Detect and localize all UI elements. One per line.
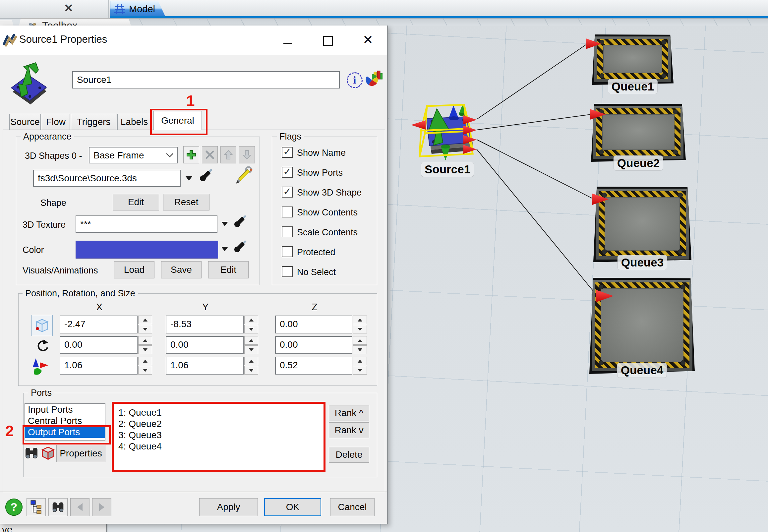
spin-down-button[interactable]: [244, 325, 258, 333]
close-pane-icon[interactable]: ✕: [63, 2, 74, 14]
color-swatch[interactable]: [76, 241, 218, 259]
port-properties-button[interactable]: Properties: [56, 445, 105, 462]
spin-down-button[interactable]: [353, 345, 367, 354]
rank-up-button[interactable]: Rank ^: [329, 405, 369, 421]
checkbox-show-contents[interactable]: [282, 207, 293, 217]
port-type-central-ports[interactable]: Central Ports: [25, 415, 105, 427]
queue1-object[interactable]: Queue1: [592, 34, 674, 85]
queue3-object[interactable]: Queue3: [593, 187, 691, 262]
size-axes-icon: [31, 358, 50, 377]
spin-down-button[interactable]: [244, 366, 258, 375]
visuals-save-button[interactable]: Save: [161, 261, 202, 278]
tab-labels[interactable]: Labels: [117, 114, 151, 130]
maximize-icon[interactable]: [323, 36, 333, 46]
help-button[interactable]: ?: [5, 498, 23, 516]
tab-triggers[interactable]: Triggers: [71, 114, 116, 130]
output-ports-list[interactable]: 1: Queue1 2: Queue2 3: Queue3 4: Queue4: [112, 402, 325, 472]
frame-select[interactable]: Base Frame: [89, 147, 178, 163]
visuals-edit-button[interactable]: Edit: [208, 261, 249, 278]
spin-up-button[interactable]: [244, 316, 258, 324]
eyedropper-icon[interactable]: [198, 166, 215, 184]
ok-button[interactable]: OK: [264, 498, 321, 516]
arrow-down-icon: [243, 150, 251, 160]
spin-up-button[interactable]: [138, 357, 152, 365]
eyedropper-icon[interactable]: [232, 213, 249, 229]
spin-up-button[interactable]: [353, 357, 367, 365]
position-x-input[interactable]: -2.47: [60, 316, 138, 333]
checkbox-protected[interactable]: [282, 246, 293, 257]
find-button[interactable]: [48, 498, 68, 516]
spin-up-button[interactable]: [353, 336, 367, 345]
queue4-label: Queue4: [617, 363, 667, 378]
checkbox-show-name[interactable]: ✓: [282, 147, 293, 158]
checkbox-show-ports[interactable]: ✓: [282, 167, 293, 178]
shape-reset-button[interactable]: Reset: [163, 194, 209, 210]
nav-back-button[interactable]: [70, 498, 89, 516]
spin-down-button[interactable]: [138, 325, 152, 333]
position-y-input[interactable]: -8.53: [166, 316, 244, 333]
cancel-button[interactable]: Cancel: [330, 498, 375, 516]
checkbox-show-3d-shape[interactable]: ✓: [282, 187, 293, 198]
port-list-item[interactable]: 1: Queue1: [118, 407, 324, 418]
spin-down-button[interactable]: [353, 325, 367, 333]
spin-down-button[interactable]: [353, 366, 367, 375]
spin-down-button[interactable]: [138, 345, 152, 354]
tab-model[interactable]: Model: [110, 1, 166, 17]
port-list-item[interactable]: 2: Queue2: [118, 418, 324, 430]
position-z-input[interactable]: 0.00: [275, 316, 352, 333]
port-list-item[interactable]: 4: Queue4: [118, 441, 324, 452]
checkbox-scale-contents[interactable]: [282, 226, 293, 237]
delete-port-button[interactable]: Delete: [329, 447, 369, 463]
queue4-object[interactable]: Queue4: [589, 278, 695, 374]
name-input[interactable]: Source1: [72, 71, 340, 89]
cube-icon: [33, 317, 51, 334]
rotation-z-input[interactable]: 0.00: [275, 336, 352, 354]
spin-down-button[interactable]: [244, 345, 258, 354]
port-list-item[interactable]: 3: Queue3: [118, 430, 324, 441]
status-divider: [106, 524, 107, 532]
rotation-y-input[interactable]: 0.00: [166, 336, 244, 354]
delete-shape-button[interactable]: [202, 146, 218, 163]
move-shape-down-button[interactable]: [239, 146, 255, 163]
eyedropper-icon[interactable]: [232, 238, 249, 255]
tab-flow[interactable]: Flow: [42, 114, 70, 130]
spin-up-button[interactable]: [138, 316, 152, 324]
color-dropdown-icon[interactable]: [221, 247, 228, 251]
shape-label: Shape: [40, 198, 66, 208]
apply-button[interactable]: Apply: [199, 498, 258, 516]
spin-down-button[interactable]: [138, 366, 152, 375]
queue2-object[interactable]: Queue2: [591, 104, 686, 162]
visuals-load-button[interactable]: Load: [114, 261, 154, 278]
shape-path-dropdown-icon[interactable]: [186, 176, 192, 181]
close-icon[interactable]: ✕: [361, 31, 375, 48]
shape-path-input[interactable]: fs3d\Source\Source.3ds: [33, 170, 181, 187]
statistics-chart-icon[interactable]: [365, 71, 383, 88]
spin-up-button[interactable]: [138, 336, 152, 345]
rotation-x-input[interactable]: 0.00: [60, 336, 138, 354]
checkbox-no-select[interactable]: [282, 266, 293, 277]
add-shape-button[interactable]: [183, 146, 199, 163]
edit-shape-tools-icon[interactable]: [235, 166, 253, 184]
binoculars-icon[interactable]: [25, 446, 38, 460]
move-shape-up-button[interactable]: [220, 146, 236, 163]
port-type-input-ports[interactable]: Input Ports: [25, 404, 105, 415]
info-icon[interactable]: i: [347, 72, 363, 88]
size-y-input[interactable]: 1.06: [166, 357, 244, 375]
object-cube-icon[interactable]: [40, 445, 56, 460]
minimize-icon[interactable]: [283, 43, 292, 44]
nav-forward-button[interactable]: [92, 498, 111, 516]
spin-up-button[interactable]: [244, 336, 258, 345]
svg-text:?: ?: [11, 501, 18, 513]
texture-input[interactable]: ***: [76, 215, 217, 233]
tab-source[interactable]: Source: [9, 114, 41, 130]
spin-up-button[interactable]: [244, 357, 258, 365]
position-mode-button[interactable]: [31, 315, 53, 336]
rank-down-button[interactable]: Rank v: [329, 422, 369, 438]
texture-dropdown-icon[interactable]: [221, 222, 228, 226]
spin-up-button[interactable]: [353, 316, 367, 324]
tree-view-button[interactable]: [27, 498, 46, 516]
size-z-input[interactable]: 0.52: [275, 357, 352, 375]
flag-label: Protected: [297, 247, 335, 258]
shape-edit-button[interactable]: Edit: [113, 194, 159, 210]
size-x-input[interactable]: 1.06: [60, 357, 138, 375]
